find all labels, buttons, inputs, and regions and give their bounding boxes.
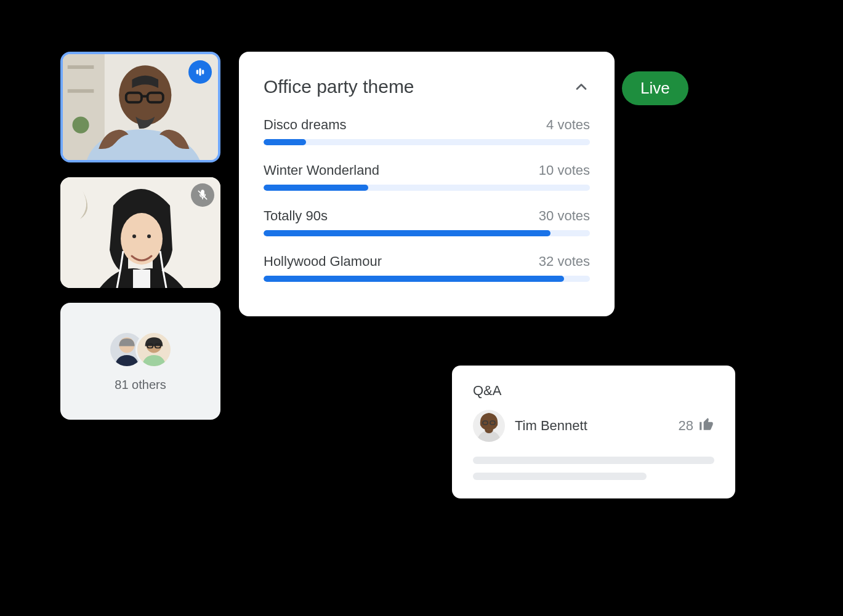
more-participants-tile[interactable]: 81 others: [60, 303, 220, 420]
participant-tiles: 81 others: [60, 52, 220, 434]
poll-option-label: Winter Wonderland: [264, 162, 379, 178]
poll-option[interactable]: Winter Wonderland 10 votes: [264, 162, 590, 191]
qa-card: Q&A Tim Bennett 28: [452, 366, 735, 498]
poll-option-bar: [264, 230, 590, 236]
mic-off-icon: [191, 183, 214, 207]
avatar: [473, 410, 505, 442]
poll-option-votes: 30 votes: [539, 208, 590, 224]
qa-author-name: Tim Bennett: [515, 418, 587, 434]
poll-option[interactable]: Disco dreams 4 votes: [264, 117, 590, 145]
svg-rect-9: [196, 70, 198, 74]
poll-option-votes: 32 votes: [539, 254, 590, 270]
qa-title: Q&A: [473, 383, 714, 399]
svg-rect-2: [68, 65, 94, 69]
poll-option-label: Disco dreams: [264, 117, 346, 133]
svg-point-4: [73, 117, 89, 134]
poll-option-bar: [264, 185, 590, 191]
poll-option-label: Hollywood Glamour: [264, 254, 382, 270]
speaking-indicator-icon: [188, 60, 212, 84]
poll-option-bar: [264, 139, 590, 145]
live-badge: Live: [622, 71, 688, 105]
svg-rect-11: [202, 70, 204, 74]
avatar: [135, 331, 172, 368]
poll-option-votes: 4 votes: [546, 117, 590, 133]
qa-upvote-count: 28: [679, 418, 693, 434]
svg-point-15: [147, 234, 151, 238]
svg-point-13: [121, 213, 163, 265]
poll-option-bar: [264, 276, 590, 282]
svg-point-14: [132, 234, 136, 238]
svg-rect-10: [200, 68, 201, 76]
qa-text-placeholder: [473, 457, 714, 464]
poll-option-votes: 10 votes: [539, 162, 590, 178]
poll-option-label: Totally 90s: [264, 208, 328, 224]
more-participants-label: 81 others: [115, 378, 166, 392]
poll-option[interactable]: Hollywood Glamour 32 votes: [264, 254, 590, 282]
poll-title: Office party theme: [264, 76, 414, 97]
participant-tile-muted[interactable]: [60, 177, 220, 288]
qa-text-placeholder: [473, 473, 647, 480]
poll-card: Office party theme Disco dreams 4 votes …: [239, 52, 615, 316]
qa-item[interactable]: Tim Bennett 28: [473, 410, 714, 442]
chevron-up-icon[interactable]: [573, 78, 590, 95]
participant-tile-speaking[interactable]: [60, 52, 220, 162]
poll-option[interactable]: Totally 90s 30 votes: [264, 208, 590, 236]
svg-rect-3: [68, 89, 94, 93]
thumb-up-icon[interactable]: [698, 416, 714, 436]
more-participants-avatars: [108, 331, 172, 368]
